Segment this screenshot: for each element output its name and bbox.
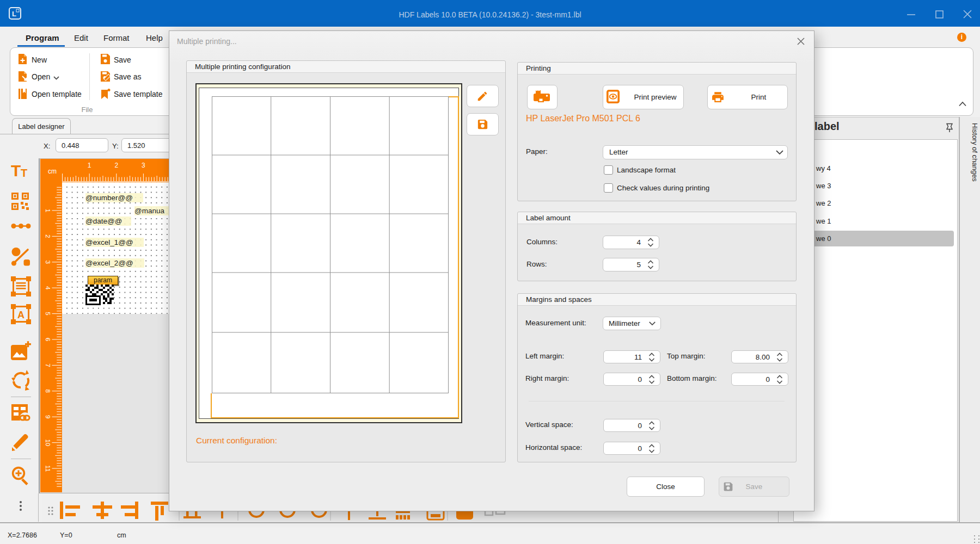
svg-text:A: A: [17, 310, 24, 320]
svg-text:5: 5: [45, 312, 52, 316]
svg-text:4: 4: [45, 286, 52, 290]
svg-text:11: 11: [45, 465, 52, 472]
svg-text:T: T: [21, 167, 27, 179]
svg-text:1: 1: [45, 209, 52, 213]
svg-text:9: 9: [45, 415, 52, 419]
svg-text:3: 3: [45, 261, 52, 264]
svg-text:T: T: [11, 163, 21, 180]
svg-text:L: L: [12, 10, 16, 18]
svg-text:2: 2: [45, 234, 52, 238]
svg-text:6: 6: [45, 338, 52, 342]
svg-text:1: 1: [88, 162, 91, 169]
svg-text:7: 7: [45, 363, 52, 367]
svg-text:10: 10: [45, 439, 52, 447]
svg-text:2: 2: [114, 162, 118, 169]
svg-text:8: 8: [45, 390, 52, 393]
svg-text:3: 3: [142, 162, 145, 169]
